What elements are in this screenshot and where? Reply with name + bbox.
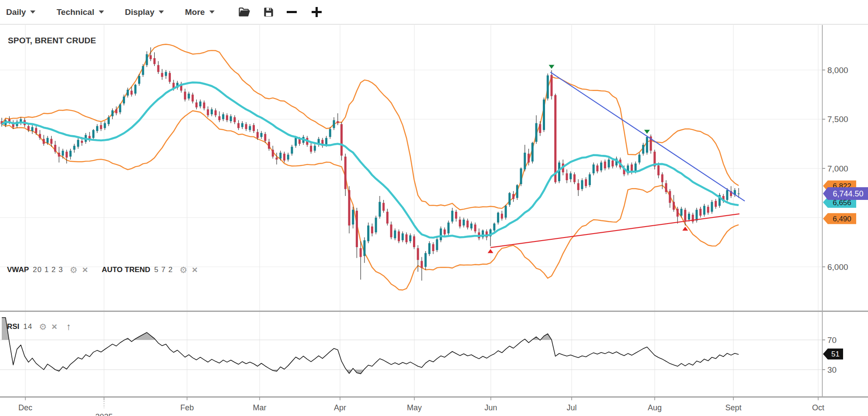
close-icon: ✕ bbox=[82, 266, 88, 274]
month-label: Sept bbox=[725, 403, 741, 412]
close-icon: ✕ bbox=[192, 266, 198, 274]
price-badge-label: 51 bbox=[831, 350, 840, 358]
open-layout-button[interactable] bbox=[238, 7, 250, 17]
trading-app: Daily Technical Display More bbox=[0, 0, 868, 416]
zoom-out-button[interactable] bbox=[287, 11, 297, 13]
rsi-legend-name: RSI bbox=[7, 322, 19, 331]
downtrend-line bbox=[550, 72, 745, 201]
folder-open-icon bbox=[238, 7, 250, 17]
month-label: Dec bbox=[18, 403, 32, 412]
menu-daily-label: Daily bbox=[6, 7, 26, 17]
gear-icon: ⚙ bbox=[180, 265, 187, 275]
price-axis-label: 7,500 bbox=[827, 115, 848, 124]
chevron-down-icon bbox=[99, 10, 104, 14]
chevron-down-icon bbox=[159, 10, 164, 14]
zoom-in-button[interactable] bbox=[312, 7, 322, 17]
pivot-high-marker bbox=[644, 130, 650, 134]
rsi-legend-row: RSI 14 ⚙ ✕ ↑ bbox=[7, 321, 73, 332]
rsi-axis-label: 70 bbox=[827, 336, 837, 345]
indicator-legend-row: VWAP 20 1 2 3 ⚙ ✕ AUTO TREND 5 7 2 ⚙ ✕ bbox=[7, 264, 200, 276]
rsi-settings-button[interactable]: ⚙ bbox=[39, 322, 47, 331]
vwap-line bbox=[2, 83, 739, 238]
rsi-plot bbox=[2, 318, 739, 374]
vwap-legend-params: 20 1 2 3 bbox=[33, 266, 63, 274]
uptrend-line bbox=[490, 214, 740, 248]
price-badge-label: 6,490 bbox=[833, 215, 851, 223]
price-axis-label: 7,000 bbox=[827, 164, 848, 173]
menu-more-label: More bbox=[185, 7, 205, 17]
month-label: Jun bbox=[484, 403, 497, 412]
chevron-down-icon bbox=[209, 10, 215, 14]
month-label: Aug bbox=[648, 403, 662, 412]
menu-daily[interactable]: Daily bbox=[6, 7, 35, 17]
arrow-up-icon: ↑ bbox=[66, 321, 71, 332]
month-label: Apr bbox=[334, 403, 346, 412]
month-label: Jul bbox=[566, 403, 576, 412]
vwap-legend-name: VWAP bbox=[7, 266, 29, 274]
save-icon bbox=[263, 6, 274, 18]
plus-icon bbox=[312, 7, 322, 17]
vwap-remove-button[interactable]: ✕ bbox=[82, 266, 88, 274]
menu-more[interactable]: More bbox=[185, 7, 214, 17]
month-label: Oct bbox=[812, 403, 824, 412]
symbol-title: SPOT, BRENT CRUDE bbox=[8, 36, 96, 45]
autotrend-settings-button[interactable]: ⚙ bbox=[180, 266, 187, 274]
axes: 8,0007,5007,0006,0007030DecFebMarAprMayJ… bbox=[0, 25, 868, 416]
rsi-remove-button[interactable]: ✕ bbox=[51, 323, 57, 331]
chevron-down-icon bbox=[30, 10, 35, 14]
year-label: 2025 bbox=[95, 413, 113, 416]
menu-technical-label: Technical bbox=[56, 7, 94, 17]
price-axis-label: 8,000 bbox=[827, 66, 848, 75]
pivot-high-marker bbox=[549, 65, 554, 69]
menu-technical[interactable]: Technical bbox=[56, 7, 104, 17]
price-axis-label: 6,000 bbox=[827, 262, 848, 272]
rsi-axis-label: 30 bbox=[827, 365, 837, 374]
gear-icon: ⚙ bbox=[70, 265, 78, 275]
menu-display-label: Display bbox=[125, 7, 155, 17]
vwap-settings-button[interactable]: ⚙ bbox=[70, 266, 78, 274]
month-label: May bbox=[407, 403, 422, 412]
rsi-expand-button[interactable]: ↑ bbox=[62, 322, 71, 332]
price-chart: 8,0007,5007,0006,0007030DecFebMarAprMayJ… bbox=[0, 0, 868, 416]
gear-icon: ⚙ bbox=[39, 322, 47, 332]
month-label: Mar bbox=[253, 403, 267, 412]
autotrend-remove-button[interactable]: ✕ bbox=[192, 266, 198, 274]
minus-icon bbox=[287, 11, 297, 13]
save-button[interactable] bbox=[263, 6, 274, 18]
close-icon: ✕ bbox=[51, 323, 57, 331]
pivot-low-marker bbox=[488, 249, 493, 253]
rsi-legend-params: 14 bbox=[23, 322, 32, 331]
toolbar: Daily Technical Display More bbox=[0, 0, 868, 24]
price-badge-label: 6,744.50 bbox=[833, 189, 863, 198]
autotrend-legend-params: 5 7 2 bbox=[154, 266, 173, 274]
menu-display[interactable]: Display bbox=[125, 7, 164, 17]
autotrend-legend-name: AUTO TREND bbox=[102, 266, 150, 274]
month-label: Feb bbox=[180, 403, 194, 412]
